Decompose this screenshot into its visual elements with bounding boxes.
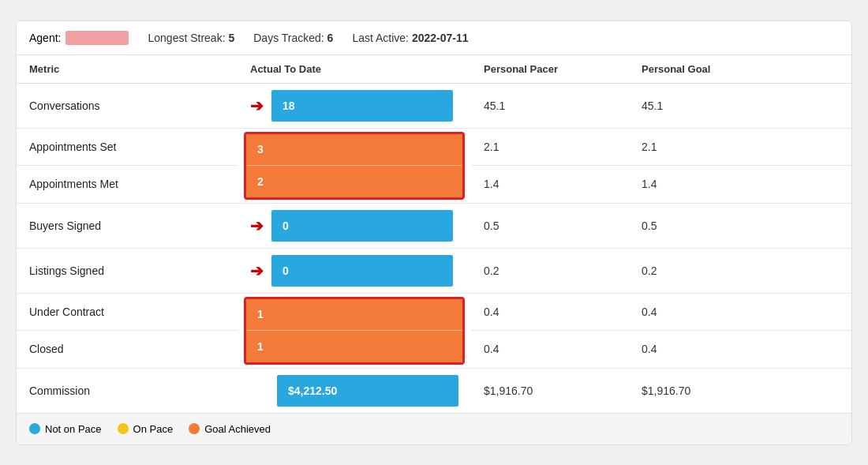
bar-cell: ➔18 bbox=[238, 84, 471, 128]
pacer-cell: 0.4 bbox=[471, 331, 629, 369]
actual-bar: $4,212.50 bbox=[277, 375, 458, 407]
col-metric: Metric bbox=[17, 55, 238, 84]
metric-name-cell: Commission bbox=[17, 368, 238, 413]
table-row: Appointments Set322.12.1 bbox=[17, 128, 851, 166]
legend: Not on Pace On Pace Goal Achieved bbox=[17, 413, 851, 444]
actual-bar: 18 bbox=[271, 90, 453, 122]
arrow-icon: ➔ bbox=[250, 216, 264, 235]
not-on-pace-label: Not on Pace bbox=[45, 423, 102, 435]
goal-cell: $1,916.70 bbox=[629, 368, 851, 413]
goal-cell: 2.1 bbox=[629, 128, 851, 166]
pacer-cell: 0.4 bbox=[471, 293, 629, 331]
table-row: Commission$4,212.50$1,916.70$1,916.70 bbox=[17, 368, 851, 413]
actual-bar: 0 bbox=[271, 255, 453, 287]
bar-cell: ➔0 bbox=[238, 204, 471, 248]
table-row: Under Contract110.40.4 bbox=[17, 293, 851, 331]
actual-cell: $4,212.50 bbox=[238, 368, 471, 413]
on-pace-label: On Pace bbox=[133, 423, 174, 435]
goal-cell: 0.4 bbox=[629, 293, 851, 331]
metric-name-cell: Buyers Signed bbox=[17, 203, 238, 248]
legend-goal-achieved: Goal Achieved bbox=[189, 423, 271, 435]
pacer-cell: $1,916.70 bbox=[471, 368, 629, 413]
streak-stat: Longest Streak: 5 bbox=[148, 32, 234, 44]
actual-cell: ➔0 bbox=[238, 203, 471, 248]
actual-cell: ➔18 bbox=[238, 83, 471, 128]
col-pacer: Personal Pacer bbox=[471, 55, 629, 84]
on-pace-dot bbox=[118, 423, 129, 434]
actual-bar: 1 bbox=[246, 331, 462, 362]
goal-cell: 0.4 bbox=[629, 331, 851, 369]
legend-on-pace: On Pace bbox=[118, 423, 174, 435]
metric-name-cell: Appointments Set bbox=[17, 128, 238, 166]
agent-info: Agent: bbox=[29, 31, 129, 45]
actual-cell: ➔0 bbox=[238, 248, 471, 293]
goal-achieved-dot bbox=[189, 423, 200, 434]
goal-achieved-label: Goal Achieved bbox=[204, 423, 271, 435]
pacer-cell: 0.5 bbox=[471, 203, 629, 248]
col-actual: Actual To Date bbox=[238, 55, 471, 84]
actual-bar: 1 bbox=[246, 299, 462, 331]
pacer-cell: 1.4 bbox=[471, 166, 629, 204]
bar-cell: $4,212.50 bbox=[238, 369, 471, 413]
metric-name-cell: Conversations bbox=[17, 83, 238, 128]
bar-cell: ➔0 bbox=[238, 249, 471, 293]
agent-label: Agent: bbox=[29, 32, 61, 44]
legend-not-on-pace: Not on Pace bbox=[29, 423, 102, 435]
actual-bar: 3 bbox=[246, 134, 462, 166]
goal-cell: 45.1 bbox=[629, 83, 851, 128]
pacer-cell: 0.2 bbox=[471, 248, 629, 293]
not-on-pace-dot bbox=[29, 423, 40, 434]
metric-name-cell: Listings Signed bbox=[17, 248, 238, 293]
col-goal: Personal Goal bbox=[629, 55, 851, 84]
metric-name-cell: Under Contract bbox=[17, 293, 238, 331]
main-container: Agent: Longest Streak: 5 Days Tracked: 6… bbox=[16, 21, 852, 445]
days-stat: Days Tracked: 6 bbox=[253, 32, 333, 44]
arrow-icon: ➔ bbox=[250, 261, 264, 280]
table-row: Buyers Signed➔00.50.5 bbox=[17, 203, 851, 248]
actual-bar: 0 bbox=[271, 210, 453, 242]
agent-name-redacted bbox=[65, 31, 129, 45]
goal-cell: 1.4 bbox=[629, 166, 851, 204]
active-stat: Last Active: 2022-07-11 bbox=[352, 32, 468, 44]
pacer-cell: 45.1 bbox=[471, 83, 629, 128]
metric-name-cell: Closed bbox=[17, 331, 238, 369]
goal-cell: 0.2 bbox=[629, 248, 851, 293]
actual-cell-outlined: 11 bbox=[238, 293, 471, 368]
pacer-cell: 2.1 bbox=[471, 128, 629, 166]
table-row: Listings Signed➔00.20.2 bbox=[17, 248, 851, 293]
goal-cell: 0.5 bbox=[629, 203, 851, 248]
actual-bar: 2 bbox=[246, 166, 462, 197]
table-row: Conversations➔1845.145.1 bbox=[17, 83, 851, 128]
arrow-icon: ➔ bbox=[250, 96, 264, 115]
metrics-table: Metric Actual To Date Personal Pacer Per… bbox=[17, 55, 851, 413]
metric-name-cell: Appointments Met bbox=[17, 166, 238, 204]
header: Agent: Longest Streak: 5 Days Tracked: 6… bbox=[17, 21, 851, 55]
actual-cell-outlined: 32 bbox=[238, 128, 471, 203]
